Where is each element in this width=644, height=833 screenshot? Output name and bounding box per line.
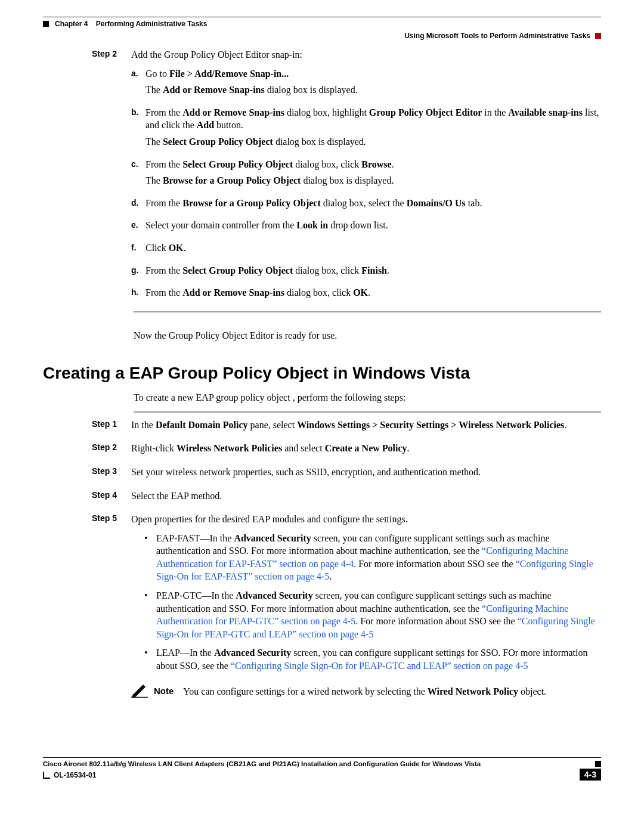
procedure-conclusion: Now the Group Policy Object Editor is re… [134,330,601,341]
page-header: Chapter 4 Performing Administrative Task… [43,20,601,28]
corner-icon [43,772,50,779]
bullet-icon: • [144,532,156,583]
substep-e: e. Select your domain controller from th… [131,219,601,236]
note-pencil-icon [131,683,149,698]
footer-rule [43,757,601,758]
section-heading: Creating a EAP Group Policy Object in Wi… [43,364,601,383]
substep-g: g. From the Select Group Policy Object d… [131,264,601,281]
divider [134,311,601,312]
chapter-title: Performing Administrative Tasks [96,20,208,28]
step-text: Add the Group Policy Object Editor snap-… [131,48,601,61]
bullet-icon: • [144,589,156,640]
bullet-peap-gtc: • PEAP-GTC—In the Advanced Security scre… [144,589,601,640]
divider [134,411,601,413]
header-square-icon [43,21,49,27]
page-number-badge: 4-3 [580,769,601,781]
step-label: Step 2 [92,48,131,303]
substep-d: d. From the Browse for a Group Policy Ob… [131,197,601,213]
bullet-leap: • LEAP—In the Advanced Security screen, … [144,646,601,672]
step-row: Step 5 Open properties for the desired E… [92,513,601,698]
header-square-accent-icon [595,33,601,39]
step-row: Step 2 Add the Group Policy Object Edito… [92,48,601,303]
substep-b: b. From the Add or Remove Snap-ins dialo… [131,106,601,152]
note-label: Note [154,683,174,697]
step-row: Step 1 In the Default Domain Policy pane… [92,419,601,436]
header-section: Using Microsoft Tools to Perform Adminis… [404,32,590,40]
step-row: Step 4 Select the EAP method. [92,490,601,507]
step-row: Step 3 Set your wireless network propert… [92,466,601,484]
link-leap-sso[interactable]: “Configuring Single Sign-On for PEAP-GTC… [231,661,528,671]
doc-id: OL-16534-01 [54,771,96,779]
substep-h: h. From the Add or Remove Snap-ins dialo… [131,286,601,303]
bullet-icon: • [144,646,156,672]
footer-line-1: Cisco Aironet 802.11a/b/g Wireless LAN C… [43,760,601,767]
substep-c: c. From the Select Group Policy Object d… [131,158,601,191]
footer-square-icon [595,761,601,767]
substep-a: a. Go to File > Add/Remove Snap-in... Th… [131,67,601,100]
chapter-label: Chapter 4 [55,20,88,28]
section-intro: To create a new EAP group policy object … [134,392,601,403]
step-row: Step 2 Right-click Wireless Network Poli… [92,442,601,460]
note-block: Note You can configure settings for a wi… [131,683,601,698]
substep-f: f. Click OK. [131,241,601,258]
bullet-eap-fast: • EAP-FAST—In the Advanced Security scre… [144,532,601,583]
guide-title: Cisco Aironet 802.11a/b/g Wireless LAN C… [43,760,481,767]
